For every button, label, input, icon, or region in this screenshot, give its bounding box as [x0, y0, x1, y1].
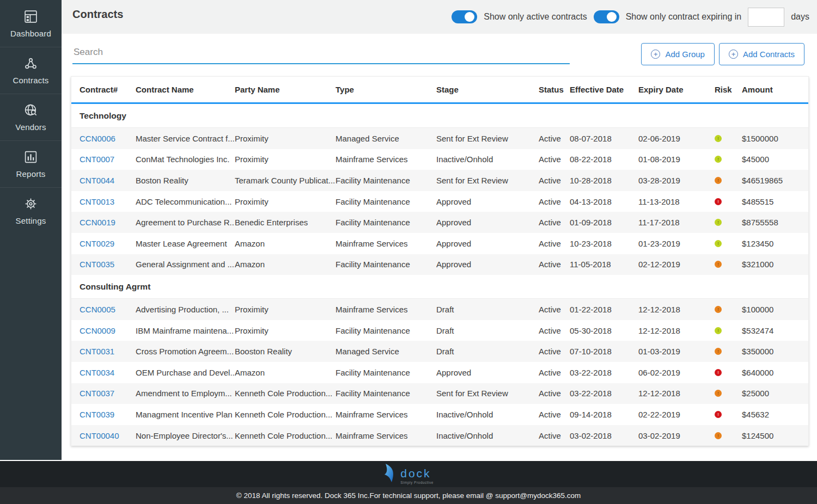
expiring-contracts-toggle-label: Show only contract expiring in — [626, 12, 742, 22]
stage-cell: Approved — [436, 239, 539, 248]
amount-cell: $100000 — [742, 305, 808, 314]
contract-number-link[interactable]: CCN0006 — [80, 134, 115, 143]
contract-number-link[interactable]: CNT0029 — [80, 239, 114, 248]
amount-cell: $532474 — [742, 326, 808, 335]
sidebar-item-contracts[interactable]: Contracts — [0, 47, 62, 94]
expiry-date-cell: 02-22-2019 — [638, 410, 715, 419]
column-header[interactable]: Contract Name — [136, 85, 235, 94]
stage-cell: Inactive/Onhold — [436, 410, 539, 419]
table-row: CNT0035 General Assignment and ... Amazo… — [71, 254, 808, 275]
party-name-cell: Kenneth Cole Production... — [235, 410, 336, 419]
type-cell: Mainframe Services — [336, 305, 436, 314]
party-name-cell: Amazon — [235, 239, 336, 248]
expiry-date-cell: 02-06-2019 — [638, 134, 715, 143]
party-name-cell: Proximity — [235, 305, 336, 314]
table-row: CNT0037 Amendment to Employm... Kenneth … — [71, 383, 808, 404]
contract-number-link[interactable]: CCN0019 — [80, 218, 115, 227]
risk-indicator: ! — [715, 411, 722, 418]
search-wrap — [72, 42, 570, 64]
amount-cell: $46519865 — [742, 176, 808, 185]
group-header-row: Technology — [71, 104, 808, 128]
add-contracts-button[interactable]: + Add Contracts — [719, 43, 804, 65]
contract-number-link[interactable]: CNT0034 — [80, 368, 114, 377]
type-cell: Facility Maintenance — [336, 368, 436, 377]
add-group-button[interactable]: + Add Group — [641, 43, 715, 65]
type-cell: Mainframe Services — [336, 410, 436, 419]
type-cell: Managed Service — [336, 134, 436, 143]
column-header[interactable]: Stage — [436, 85, 539, 94]
stage-cell: Approved — [436, 197, 539, 206]
contract-name-cell: ADC Telecommunication... — [136, 197, 235, 206]
column-header[interactable]: Party Name — [235, 85, 336, 94]
active-contracts-toggle[interactable] — [452, 10, 477, 23]
party-name-cell: Kenneth Cole Production... — [235, 431, 336, 440]
party-name-cell: Kenneth Cole Production... — [235, 389, 336, 398]
risk-indicator: ! — [715, 306, 722, 313]
risk-indicator: ! — [715, 198, 722, 205]
status-cell: Active — [539, 368, 570, 377]
contract-name-cell: Master Lease Agreement — [136, 239, 235, 248]
expiring-contracts-toggle[interactable] — [594, 10, 619, 23]
type-cell: Facility Maintenance — [336, 218, 436, 227]
column-header[interactable]: Risk — [715, 85, 742, 94]
effective-date-cell: 03-22-2018 — [570, 389, 638, 398]
stage-cell: Sent for Ext Review — [436, 389, 539, 398]
risk-indicator: ! — [715, 348, 722, 355]
type-cell: Managed Service — [336, 347, 436, 356]
header-toggles: Show only active contracts Show only con… — [452, 0, 809, 34]
effective-date-cell: 10-23-2018 — [570, 239, 638, 248]
sidebar-item-dashboard[interactable]: Dashboard — [0, 0, 62, 47]
contract-number-link[interactable]: CNT0013 — [80, 197, 114, 206]
contract-name-cell: Boston Reality — [136, 176, 235, 185]
status-cell: Active — [539, 410, 570, 419]
column-header[interactable]: Effective Date — [570, 85, 638, 94]
status-cell: Active — [539, 134, 570, 143]
column-header[interactable]: Status — [539, 85, 570, 94]
expiring-days-input[interactable] — [748, 8, 784, 27]
contract-number-link[interactable]: CNT0039 — [80, 410, 114, 419]
stage-cell: Draft — [436, 305, 539, 314]
plus-circle-icon: + — [729, 50, 738, 59]
stage-cell: Sent for Ext Review — [436, 176, 539, 185]
settings-icon — [23, 196, 38, 211]
status-cell: Active — [539, 389, 570, 398]
contract-name-cell: IBM Mainframe maintena... — [136, 326, 235, 335]
party-name-cell: Amazon — [235, 368, 336, 377]
contract-number-link[interactable]: CCN0005 — [80, 305, 115, 314]
amount-cell: $350000 — [742, 347, 808, 356]
amount-cell: $45000 — [742, 155, 808, 164]
status-cell: Active — [539, 218, 570, 227]
amount-cell: $25000 — [742, 389, 808, 398]
table-row: CNT0034 OEM Purchase and Devel... Amazon… — [71, 362, 808, 383]
column-header[interactable]: Type — [336, 85, 436, 94]
column-header[interactable]: Amount — [742, 85, 808, 94]
table-row: CCN0019 Agreement to Purchase R... Bened… — [71, 212, 808, 233]
contract-number-link[interactable]: CNT00040 — [80, 431, 119, 440]
effective-date-cell: 05-30-2018 — [570, 326, 638, 335]
contract-name-cell: ConMat Technologies Inc. — [136, 155, 235, 164]
contract-number-link[interactable]: CNT0035 — [80, 260, 114, 269]
contract-name-cell: Amendment to Employm... — [136, 389, 235, 398]
sidebar-item-label: Contracts — [13, 76, 49, 85]
group-header-row: Consulting Agrmt — [71, 275, 808, 299]
toggle-knob — [465, 12, 474, 22]
table-body: Technology CCN0006 Master Service Contra… — [71, 104, 808, 446]
contract-number-link[interactable]: CNT0031 — [80, 347, 114, 356]
dock-logo-subtext: Simply Productive — [400, 481, 434, 484]
dock-logo: dock Simply Productive — [383, 463, 434, 485]
party-name-cell: Teramark County Publicat... — [235, 176, 336, 185]
dock-logo-text: dock — [400, 468, 434, 479]
contract-number-link[interactable]: CNT0007 — [80, 155, 114, 164]
column-header[interactable]: Expiry Date — [638, 85, 715, 94]
stage-cell: Draft — [436, 347, 539, 356]
sidebar-item-reports[interactable]: Reports — [0, 140, 62, 187]
search-input[interactable] — [72, 42, 570, 64]
contract-number-link[interactable]: CNT0037 — [80, 389, 114, 398]
table-header-row: Contract#Contract NameParty NameTypeStag… — [71, 77, 808, 104]
sidebar-item-settings[interactable]: Settings — [0, 187, 62, 234]
amount-cell: $123450 — [742, 239, 808, 248]
column-header[interactable]: Contract# — [80, 85, 136, 94]
contract-number-link[interactable]: CCN0009 — [80, 326, 115, 335]
sidebar-item-vendors[interactable]: Vendors — [0, 94, 62, 140]
contract-number-link[interactable]: CNT0044 — [80, 176, 114, 185]
